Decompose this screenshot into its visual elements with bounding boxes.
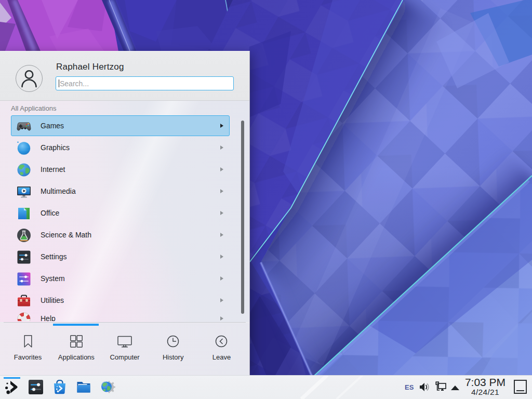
gamepad-icon [16, 118, 32, 135]
sphere-icon [16, 140, 32, 156]
tab-label: Favorites [14, 353, 42, 361]
app-category-label: Settings [41, 252, 67, 261]
text-caret [59, 79, 59, 87]
app-category-label: Multimedia [41, 187, 76, 195]
flask-icon [16, 227, 32, 244]
app-category-list: Games Graphics Internet Multimedia Offic… [0, 115, 249, 321]
app-category-label: System [41, 274, 65, 283]
submenu-arrow-icon [220, 276, 223, 281]
app-category-settings[interactable]: Settings [11, 246, 230, 267]
toolbox-icon [16, 292, 32, 309]
app-category-utilities[interactable]: Utilities [11, 290, 230, 311]
document-icon [16, 205, 32, 222]
computer-icon [117, 334, 132, 349]
tab-label: History [163, 353, 183, 361]
submenu-arrow-icon [220, 316, 223, 321]
submenu-arrow-icon [220, 211, 223, 215]
lifebuoy-icon [16, 311, 32, 321]
caret-up-icon[interactable] [451, 385, 459, 390]
computer-icon [117, 334, 132, 349]
app-category-label: Science & Math [41, 231, 91, 239]
application-launcher-menu: Raphael Hertzog Search... All Applicatio… [0, 51, 250, 375]
digital-clock[interactable]: 7:03 PM 4/24/21 [462, 376, 509, 396]
system-icon [16, 271, 32, 287]
user-avatar[interactable] [16, 65, 43, 92]
section-label: All Applications [11, 104, 56, 112]
submenu-arrow-icon [220, 167, 223, 171]
discover-bag-icon [51, 379, 68, 395]
taskbar-launcher-web-browser[interactable] [99, 379, 116, 395]
app-category-games[interactable]: Games [11, 115, 230, 136]
footer-divider [4, 322, 246, 323]
app-category-help[interactable]: Help [11, 308, 230, 321]
bookmark-icon [21, 334, 35, 349]
globe-icon [16, 162, 32, 178]
taskbar-launcher-file-manager[interactable] [75, 379, 92, 395]
taskbar: ES 7:03 PM 4/24/21 [0, 375, 532, 399]
submenu-arrow-icon [220, 189, 223, 193]
taskbar-launcher-settings[interactable] [28, 379, 44, 395]
app-category-office[interactable]: Office [11, 203, 230, 223]
app-category-label: Help [41, 314, 56, 321]
user-icon [16, 65, 42, 91]
tab-leave[interactable]: Leave [197, 323, 246, 376]
sphere-icon [16, 140, 32, 156]
clock-date: 4/24/21 [462, 388, 509, 396]
folder-icon [75, 379, 92, 395]
app-category-label: Games [41, 122, 64, 130]
submenu-arrow-icon [220, 233, 223, 237]
leave-icon [214, 334, 229, 349]
globe-icon [16, 162, 32, 178]
app-category-science-math[interactable]: Science & Math [11, 224, 230, 245]
desktop: Raphael Hertzog Search... All Applicatio… [0, 0, 532, 399]
user-name: Raphael Hertzog [56, 62, 124, 72]
search-input[interactable]: Search... [56, 76, 234, 90]
keyboard-layout-indicator[interactable]: ES [405, 383, 414, 391]
submenu-arrow-icon [220, 124, 223, 128]
clock-icon [166, 334, 180, 349]
taskbar-launcher-kali-menu[interactable] [4, 379, 21, 395]
bookmark-icon [21, 334, 35, 349]
lifebuoy-icon [16, 311, 32, 321]
taskbar-launcher-discover[interactable] [51, 379, 68, 395]
kickoff-header: Raphael Hertzog Search... [0, 51, 249, 100]
scrollbar[interactable] [241, 121, 244, 314]
submenu-arrow-icon [220, 298, 223, 302]
flask-icon [16, 227, 32, 244]
gamepad-icon [16, 118, 32, 135]
monitor-play-icon [16, 183, 32, 200]
search-placeholder: Search... [60, 79, 89, 88]
network-icon[interactable] [435, 381, 447, 393]
kickoff-tabbar: Favorites Applications Computer History … [0, 323, 249, 376]
settings-dark-icon [28, 379, 44, 395]
app-category-multimedia[interactable]: Multimedia [11, 181, 230, 202]
clock-icon [166, 334, 180, 349]
app-category-label: Utilities [41, 296, 64, 304]
tab-label: Computer [110, 353, 139, 361]
tab-applications[interactable]: Applications [52, 323, 100, 376]
kali-menu-icon [4, 379, 21, 395]
leave-icon [214, 334, 229, 349]
toolbox-icon [16, 292, 32, 309]
app-category-label: Office [41, 209, 59, 217]
monitor-play-icon [16, 183, 32, 200]
system-icon [16, 271, 32, 287]
tab-favorites[interactable]: Favorites [4, 323, 52, 376]
show-desktop-button[interactable] [514, 380, 527, 394]
grid-icon [69, 334, 84, 349]
app-category-label: Graphics [41, 143, 70, 152]
grid-icon [69, 334, 84, 349]
document-icon [16, 205, 32, 222]
volume-icon[interactable] [419, 382, 430, 392]
app-category-label: Internet [41, 165, 65, 174]
submenu-arrow-icon [220, 145, 223, 150]
tab-history[interactable]: History [149, 323, 197, 376]
app-category-graphics[interactable]: Graphics [11, 137, 230, 158]
tab-computer[interactable]: Computer [100, 323, 149, 376]
kickoff-body: All Applications Games Graphics Internet [0, 101, 249, 322]
app-category-internet[interactable]: Internet [11, 159, 230, 180]
app-category-system[interactable]: System [11, 268, 230, 289]
active-tab-indicator [53, 324, 99, 326]
sliders-icon [16, 249, 32, 265]
tab-label: Applications [58, 353, 95, 361]
